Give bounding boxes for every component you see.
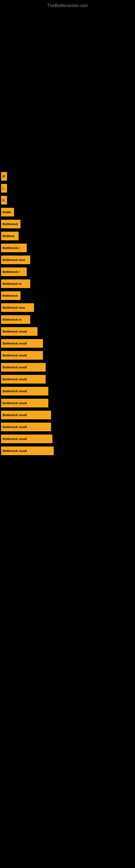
result-bar: Bottleneck re [1, 279, 30, 288]
result-bar: Bottleneck resu [1, 255, 30, 264]
result-bar: Bottleneck [1, 220, 20, 228]
list-item: Bottleneck resu [0, 302, 135, 314]
list-item: B [0, 170, 135, 182]
result-bar: Bottleneck result [1, 423, 51, 431]
result-bar: Bottleneck resu [1, 303, 34, 312]
result-bar-wrapper: Bottleneck r [1, 244, 134, 252]
list-item: Bottleneck resu [0, 254, 135, 266]
result-bar: Bottle [1, 208, 14, 216]
list-item: Bottleneck result [0, 421, 135, 433]
list-item: Bottleneck result [0, 397, 135, 409]
result-label: Bottleneck [3, 294, 18, 297]
result-label: Bottleneck r [3, 270, 20, 273]
result-bar-wrapper: Bottle [1, 208, 134, 216]
chart-area [0, 10, 135, 167]
result-bar-wrapper: Bottleneck result [1, 363, 134, 372]
result-bar-wrapper: Bottleneck result [1, 435, 134, 443]
result-label: E [3, 198, 5, 202]
result-label: Bottleneck result [3, 390, 27, 393]
result-bar-wrapper: Bottleneck result [1, 399, 134, 407]
list-item: Bottleneck result [0, 409, 135, 421]
result-bar-wrapper: Bottleneck re [1, 279, 134, 288]
list-item: Bottleneck result [0, 337, 135, 349]
list-item: Bottleneck r [0, 242, 135, 254]
result-bar: Bottleneck r [1, 244, 27, 252]
result-bar: Bottleneck result [1, 363, 46, 372]
list-item: | [0, 182, 135, 194]
result-bar: Bottlene [1, 231, 18, 240]
result-label: Bottleneck result [3, 354, 27, 357]
result-label: Bottleneck result [3, 366, 27, 369]
result-bar-wrapper: E [1, 196, 134, 205]
result-bar-wrapper: Bottleneck result [1, 351, 134, 360]
result-label: Bottle [3, 211, 11, 214]
result-label: Bottleneck result [3, 413, 27, 416]
list-item: Bottleneck re [0, 314, 135, 326]
result-label: Bottleneck result [3, 401, 27, 405]
result-label: Bottleneck result [3, 437, 27, 440]
result-bar: Bottleneck result [1, 375, 46, 383]
result-label: Bottleneck result [3, 342, 27, 345]
result-bar: Bottleneck result [1, 411, 51, 420]
list-item: Bottleneck result [0, 349, 135, 361]
list-item: Bottleneck [0, 218, 135, 230]
result-bar-wrapper: Bottleneck result [1, 339, 134, 348]
list-item: Bottleneck r [0, 266, 135, 278]
result-bar-wrapper: Bottlene [1, 231, 134, 240]
result-bar-wrapper: Bottleneck re [1, 315, 134, 324]
result-bar-wrapper: Bottleneck r [1, 268, 134, 276]
list-item: Bottleneck result [0, 361, 135, 373]
list-item: Bottleneck result [0, 326, 135, 337]
result-label: Bottleneck r [3, 246, 20, 250]
result-bar: E [1, 196, 7, 205]
result-label: Bottleneck re [3, 282, 21, 285]
result-label: Bottleneck resu [3, 306, 25, 309]
result-bar: Bottleneck re [1, 315, 30, 324]
result-label: Bottleneck result [3, 378, 27, 381]
result-bar: Bottleneck result [1, 351, 43, 360]
result-label: B [3, 175, 5, 178]
result-bar-wrapper: Bottleneck result [1, 411, 134, 420]
list-item: E [0, 194, 135, 206]
site-title-container: TheBottlenecker.com [0, 0, 135, 10]
result-label: Bottleneck re [3, 318, 21, 321]
list-item: Bottlene [0, 230, 135, 242]
result-bar-wrapper: Bottleneck result [1, 327, 134, 336]
result-label: | [3, 187, 3, 190]
result-bar-wrapper: Bottleneck result [1, 423, 134, 431]
results-container: B|EBottleBottleneckBottleneBottleneck rB… [0, 170, 135, 457]
site-title: TheBottlenecker.com [0, 0, 135, 10]
result-label: Bottleneck [3, 222, 18, 226]
result-label: Bottleneck result [3, 449, 27, 453]
result-bar-wrapper: Bottleneck [1, 220, 134, 228]
result-bar: Bottleneck result [1, 435, 52, 443]
result-bar: Bottleneck result [1, 387, 48, 396]
list-item: Bottleneck result [0, 433, 135, 445]
list-item: Bottleneck re [0, 278, 135, 290]
result-bar: Bottleneck result [1, 399, 48, 407]
result-bar: Bottleneck result [1, 327, 38, 336]
result-bar: Bottleneck result [1, 339, 43, 348]
list-item: Bottle [0, 206, 135, 218]
list-item: Bottleneck result [0, 373, 135, 385]
result-bar-wrapper: Bottleneck result [1, 446, 134, 455]
result-bar-wrapper: Bottleneck [1, 291, 134, 300]
result-bar: Bottleneck result [1, 446, 54, 455]
list-item: Bottleneck result [0, 445, 135, 457]
result-bar: Bottleneck [1, 291, 20, 300]
list-item: Bottleneck [0, 290, 135, 302]
result-bar-wrapper: | [1, 184, 134, 193]
result-label: Bottlene [3, 235, 14, 238]
result-bar-wrapper: Bottleneck resu [1, 303, 134, 312]
result-bar: Bottleneck r [1, 268, 27, 276]
result-bar-wrapper: Bottleneck result [1, 375, 134, 383]
result-bar-wrapper: Bottleneck resu [1, 255, 134, 264]
result-label: Bottleneck result [3, 425, 27, 429]
result-bar: B [1, 172, 7, 181]
list-item: Bottleneck result [0, 385, 135, 397]
result-label: Bottleneck result [3, 330, 27, 333]
result-bar-wrapper: Bottleneck result [1, 387, 134, 396]
result-label: Bottleneck resu [3, 258, 25, 261]
result-bar-wrapper: B [1, 172, 134, 181]
result-bar: | [1, 184, 7, 193]
